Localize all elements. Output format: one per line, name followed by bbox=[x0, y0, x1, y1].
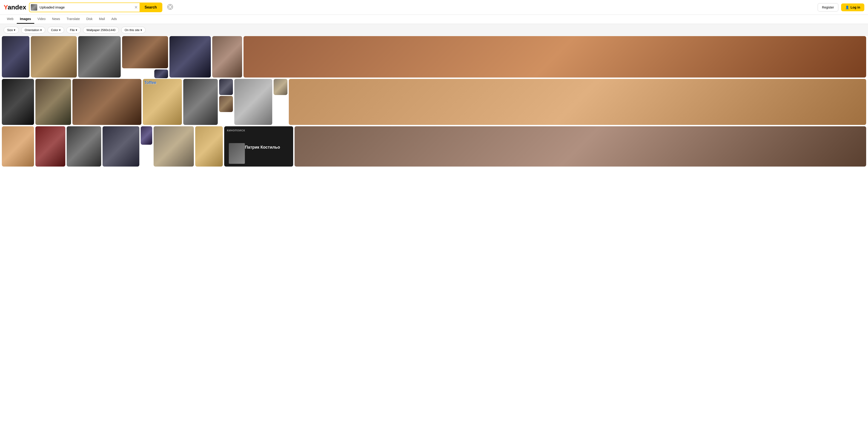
image-thumb[interactable] bbox=[78, 36, 121, 78]
filter-wallpaper[interactable]: Wallpaper 2560x1440 bbox=[83, 27, 119, 33]
nav-news[interactable]: News bbox=[49, 15, 63, 24]
nav-translate[interactable]: Translate bbox=[63, 15, 83, 24]
search-thumbnail bbox=[31, 4, 37, 10]
navigation: Web Images Video News Translate Disk Mai… bbox=[0, 15, 868, 24]
chevron-down-icon: ▾ bbox=[76, 28, 77, 32]
clear-search-button[interactable]: ✕ bbox=[132, 5, 140, 10]
kinopoisk-info: Патрик Костильо bbox=[245, 143, 280, 150]
image-thumb[interactable] bbox=[289, 79, 866, 125]
image-row-3: КИНОПОИСК Патрик Костильо bbox=[0, 126, 868, 168]
image-thumb[interactable] bbox=[234, 79, 272, 125]
image-thumb[interactable] bbox=[141, 126, 152, 145]
filter-on-this-site[interactable]: On this site ▾ bbox=[121, 27, 146, 33]
search-input[interactable] bbox=[39, 3, 132, 11]
nav-mail[interactable]: Mail bbox=[96, 15, 108, 24]
image-thumb[interactable] bbox=[274, 79, 287, 95]
nav-ads[interactable]: Ads bbox=[108, 15, 120, 24]
login-label: Log in bbox=[850, 5, 860, 9]
kinopoisk-name: Патрик Костильо bbox=[245, 145, 280, 150]
image-thumb[interactable] bbox=[212, 36, 242, 78]
small-images-3 bbox=[141, 126, 152, 167]
logo-y: Y bbox=[4, 4, 8, 11]
login-button[interactable]: 👤 Log in bbox=[841, 3, 864, 11]
image-thumb[interactable] bbox=[2, 126, 34, 167]
image-thumb[interactable] bbox=[2, 79, 34, 125]
chevron-down-icon: ▾ bbox=[14, 28, 16, 32]
image-thumb[interactable] bbox=[244, 36, 866, 78]
chevron-down-icon: ▾ bbox=[141, 28, 142, 32]
header: Yandex ✕ Search Register 👤 Log in bbox=[0, 0, 868, 15]
kinopoisk-logo: КИНОПОИСК bbox=[227, 129, 290, 132]
magazine-overlay: Toffee bbox=[144, 80, 156, 85]
kinopoisk-content: Патрик Костильо bbox=[227, 143, 290, 164]
lens-search-button[interactable] bbox=[165, 2, 175, 13]
image-thumb[interactable] bbox=[35, 79, 71, 125]
svg-point-1 bbox=[169, 5, 172, 8]
image-thumb[interactable] bbox=[35, 126, 65, 167]
filter-color[interactable]: Color ▾ bbox=[48, 27, 64, 33]
chevron-down-icon: ▾ bbox=[40, 28, 42, 32]
logo-andex: andex bbox=[8, 4, 26, 11]
kinopoisk-logo-text: КИНОПОИСК bbox=[227, 129, 245, 132]
image-row-1 bbox=[0, 36, 868, 79]
image-thumb[interactable] bbox=[72, 79, 142, 125]
chevron-down-icon: ▾ bbox=[59, 28, 61, 32]
person-icon: 👤 bbox=[845, 5, 849, 9]
filter-size[interactable]: Size ▾ bbox=[4, 27, 19, 33]
image-thumb[interactable] bbox=[195, 126, 223, 167]
image-thumb[interactable] bbox=[67, 126, 101, 167]
nav-images[interactable]: Images bbox=[17, 15, 34, 24]
kinopoisk-thumbnail bbox=[229, 143, 245, 164]
yandex-logo[interactable]: Yandex bbox=[4, 4, 26, 11]
image-thumb[interactable] bbox=[183, 79, 218, 125]
image-thumb[interactable] bbox=[102, 126, 140, 167]
kinopoisk-card[interactable]: КИНОПОИСК Патрик Костильо bbox=[224, 126, 293, 167]
nav-web[interactable]: Web bbox=[4, 15, 17, 24]
nav-disk[interactable]: Disk bbox=[83, 15, 96, 24]
search-button[interactable]: Search bbox=[140, 3, 162, 12]
image-thumb[interactable] bbox=[294, 126, 866, 167]
search-bar: ✕ Search bbox=[29, 3, 162, 12]
image-thumb[interactable] bbox=[154, 126, 194, 167]
nav-video[interactable]: Video bbox=[34, 15, 49, 24]
lens-icon bbox=[167, 4, 174, 10]
filter-orientation[interactable]: Orientation ▾ bbox=[21, 27, 45, 33]
image-thumb[interactable] bbox=[31, 36, 77, 78]
register-button[interactable]: Register bbox=[818, 3, 838, 11]
image-thumb[interactable] bbox=[2, 36, 29, 78]
image-row-2: Toffee bbox=[0, 79, 868, 126]
filter-file[interactable]: File ▾ bbox=[66, 27, 81, 33]
image-column bbox=[122, 36, 168, 78]
image-thumb[interactable] bbox=[219, 79, 233, 95]
filter-bar: Size ▾ Orientation ▾ Color ▾ File ▾ Wall… bbox=[0, 24, 868, 36]
image-thumb[interactable] bbox=[122, 36, 168, 68]
image-thumb[interactable] bbox=[154, 69, 168, 78]
image-thumb[interactable] bbox=[169, 36, 211, 78]
image-thumb[interactable]: Toffee bbox=[143, 79, 182, 125]
small-image-group-2 bbox=[274, 79, 287, 125]
image-thumb[interactable] bbox=[219, 96, 233, 112]
small-image-group bbox=[219, 79, 233, 125]
thumbnail-image bbox=[31, 4, 37, 10]
